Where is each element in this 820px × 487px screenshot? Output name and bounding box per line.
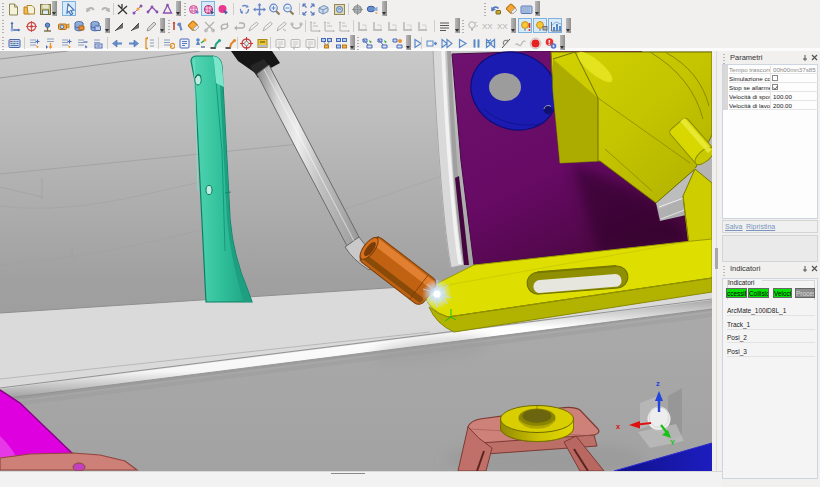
svg-text:XX: XX (497, 22, 508, 31)
svg-text:z: z (656, 379, 660, 388)
svg-text:!: ! (548, 38, 551, 47)
svg-text:XX: XX (482, 22, 493, 31)
svg-text:Y: Y (670, 438, 675, 447)
